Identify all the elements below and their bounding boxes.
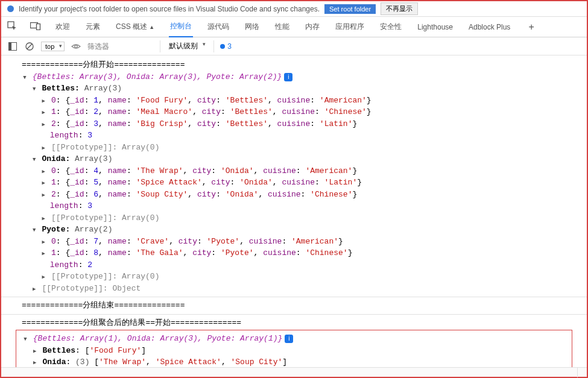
object-summary[interactable]: {Bettles: Array(3), Onida: Array(3), Pyo…: [22, 71, 566, 83]
prop-length: length: 3: [22, 200, 566, 212]
log-line: =============分组结束===============: [22, 300, 566, 312]
prop-proto[interactable]: [[Prototype]]: Array(0): [22, 271, 566, 283]
inspect-icon[interactable]: [7, 21, 17, 33]
issues-badge[interactable]: 3: [220, 42, 232, 51]
badge-dot-icon: [220, 44, 225, 49]
object-entry[interactable]: 0: {_id: 4, name: 'The Wrap', city: 'Oni…: [22, 165, 566, 177]
object-entry[interactable]: 2: {_id: 3, name: 'Big Crisp', city: 'Be…: [22, 118, 566, 130]
svg-rect-2: [37, 24, 40, 30]
badge-count: 3: [227, 42, 232, 51]
infobar-text: Identify your project's root folder to o…: [19, 5, 320, 13]
svg-point-5: [75, 45, 77, 47]
object-prop[interactable]: Pyote: Array(2): [22, 224, 566, 236]
add-tab-button[interactable]: +: [528, 22, 534, 33]
live-expression-icon[interactable]: [71, 41, 81, 52]
log-line: =============分组聚合后的结果==开始===============: [22, 317, 566, 329]
scrollbar-corner: [577, 368, 587, 377]
prop-proto[interactable]: [[Prototype]]: Array(0): [22, 212, 566, 224]
tab-elements[interactable]: 元素: [84, 17, 101, 37]
object-prop[interactable]: Bettles: ['Food Fury']: [22, 345, 566, 357]
info-icon: [7, 5, 14, 12]
separator: [160, 40, 160, 52]
object-summary[interactable]: {Bettles: Array(1), Onida: Array(3), Pyo…: [22, 333, 566, 345]
object-prop[interactable]: Onida: Array(3): [22, 153, 566, 165]
filter-input[interactable]: [87, 42, 154, 51]
info-icon[interactable]: i: [285, 335, 293, 343]
object-prop[interactable]: Onida: (3) ['The Wrap', 'Spice Attack', …: [22, 356, 566, 368]
tab-network[interactable]: 网络: [244, 17, 261, 37]
devtools-tabbar: 欢迎 元素 CSS 概述 ▲ 控制台 源代码 网络 性能 内存 应用程序 安全性…: [1, 17, 587, 37]
prop-length: length: 2: [22, 259, 566, 271]
dismiss-button[interactable]: 不再显示: [381, 2, 418, 15]
prop-proto[interactable]: [[Prototype]]: Array(0): [22, 142, 566, 154]
console-filterbar: top 默认级别 3: [1, 37, 587, 55]
device-icon[interactable]: [30, 22, 41, 32]
tab-adblock[interactable]: Adblock Plus: [467, 18, 511, 36]
object-prop[interactable]: Bettles: Array(3): [22, 83, 566, 95]
clear-console-icon[interactable]: [24, 41, 35, 52]
log-line: =============分组开始===============: [22, 59, 566, 71]
tab-css[interactable]: CSS 概述 ▲: [115, 17, 156, 37]
tab-lighthouse[interactable]: Lighthouse: [416, 18, 454, 36]
console-output: =============分组开始=============== {Bettle…: [1, 55, 587, 378]
log-divider: [1, 314, 587, 315]
object-entry[interactable]: 1: {_id: 5, name: 'Spice Attack', city: …: [22, 177, 566, 189]
prop-length: length: 3: [22, 130, 566, 142]
infobar: Identify your project's root folder to o…: [1, 1, 587, 17]
context-selector[interactable]: top: [41, 42, 65, 51]
tab-console[interactable]: 控制台: [169, 16, 193, 37]
tab-application[interactable]: 应用程序: [334, 17, 365, 37]
object-entry[interactable]: 0: {_id: 7, name: 'Crave', city: 'Pyote'…: [22, 236, 566, 248]
separator: [213, 40, 214, 52]
object-entry[interactable]: 2: {_id: 6, name: 'Soup City', city: 'On…: [22, 189, 566, 201]
svg-line-4: [27, 44, 32, 49]
prop-proto[interactable]: [[Prototype]]: Object: [22, 283, 566, 295]
tab-security[interactable]: 安全性: [379, 17, 403, 37]
info-icon[interactable]: i: [284, 73, 292, 81]
object-entry[interactable]: 0: {_id: 1, name: 'Food Fury', city: 'Be…: [22, 95, 566, 107]
tab-memory[interactable]: 内存: [304, 17, 321, 37]
object-entry[interactable]: 1: {_id: 2, name: 'Meal Macro', city: 'B…: [22, 106, 566, 118]
set-root-button[interactable]: Set root folder: [324, 4, 376, 14]
object-entry[interactable]: 1: {_id: 8, name: 'The Gala', city: 'Pyo…: [22, 247, 566, 259]
tab-sources[interactable]: 源代码: [206, 17, 230, 37]
tab-welcome[interactable]: 欢迎: [54, 17, 71, 37]
log-level-selector[interactable]: 默认级别: [166, 40, 207, 52]
tab-performance[interactable]: 性能: [274, 17, 291, 37]
log-divider: [1, 297, 587, 297]
sidebar-toggle-icon[interactable]: [7, 41, 18, 52]
horizontal-scrollbar[interactable]: [1, 367, 587, 377]
